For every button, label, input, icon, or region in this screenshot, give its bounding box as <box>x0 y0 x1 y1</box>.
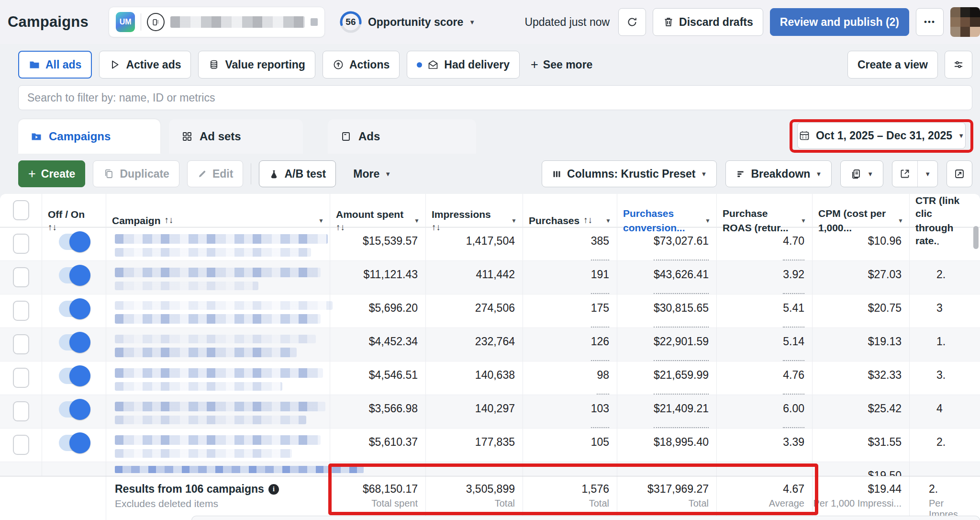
campaign-toggle-on[interactable] <box>59 267 89 283</box>
purchases-conversion-cell[interactable]: $43,626.41 <box>617 261 717 294</box>
chip-all-ads[interactable]: All ads <box>18 51 92 79</box>
avatar[interactable] <box>950 7 980 37</box>
table-header-row: Off / On ↑↓ Campaign ↑↓ ▼ Amount spent ↑… <box>0 194 980 227</box>
export-split-button: ▼ <box>892 160 938 187</box>
charts-button[interactable] <box>947 160 972 187</box>
roas-cell[interactable]: 5.14 <box>717 328 813 361</box>
purchases-cell[interactable]: 191 <box>523 261 617 294</box>
chevron-down-icon: ▼ <box>898 218 903 224</box>
chip-active-ads[interactable]: Active ads <box>99 51 191 79</box>
row-checkbox[interactable] <box>13 368 29 388</box>
table-row[interactable]: $15,539.57 1,417,504 385 $73,027.61 4.70… <box>0 227 980 261</box>
roas-cell[interactable]: 3.92 <box>717 261 813 294</box>
tab-ads[interactable]: Ads <box>328 119 476 154</box>
breakdown-button[interactable]: Breakdown ▼ <box>725 160 832 187</box>
purchases-conversion-cell[interactable]: $21,659.99 <box>617 362 717 395</box>
purchases-conversion-cell[interactable]: $21,409.21 <box>617 395 717 428</box>
calendar-icon <box>799 130 810 141</box>
purchases-cell[interactable]: 98 <box>523 362 617 395</box>
create-button[interactable]: + Create <box>18 160 85 187</box>
campaign-toggle-on[interactable] <box>59 435 89 451</box>
table-row[interactable]: $4,546.51 140,638 98 $21,659.99 4.76 $32… <box>0 362 980 395</box>
purchases-cell[interactable]: 385 <box>523 227 617 260</box>
purchases-cell[interactable]: 103 <box>523 395 617 428</box>
roas-cell[interactable]: 5.41 <box>717 294 813 328</box>
roas-cell[interactable]: 4.70 <box>717 227 813 260</box>
discard-drafts-button[interactable]: Discard drafts <box>653 8 763 36</box>
ab-test-button[interactable]: A/B test <box>259 160 336 187</box>
table-row[interactable]: $3,566.98 140,297 103 $21,409.21 6.00 $2… <box>0 395 980 429</box>
cpm-cell: $25.42 <box>813 395 910 428</box>
opportunity-score-label: Opportunity score <box>368 16 463 29</box>
table-row[interactable]: $5,610.37 177,835 105 $18,995.40 3.39 $3… <box>0 429 980 462</box>
campaign-toggle-on[interactable] <box>59 401 89 418</box>
campaign-name-redacted[interactable] <box>106 294 330 328</box>
see-more-filters[interactable]: + See more <box>527 58 596 71</box>
breakdown-icon <box>735 169 746 179</box>
campaign-name-redacted[interactable] <box>106 429 330 462</box>
filter-chip-bar: All ads Active ads Value reporting Actio… <box>0 44 980 85</box>
edit-button[interactable]: Edit <box>187 160 243 187</box>
more-actions-button[interactable]: More ▼ <box>344 160 401 187</box>
reports-button[interactable]: ▼ <box>840 160 883 187</box>
purchases-cell[interactable]: 175 <box>523 294 617 328</box>
sort-icon: ↑↓ <box>583 215 592 226</box>
row-checkbox[interactable] <box>13 267 29 287</box>
table-row[interactable]: $4,452.34 232,764 126 $22,901.59 5.14 $1… <box>0 328 980 362</box>
roas-cell[interactable]: 6.00 <box>717 395 813 428</box>
campaign-name-redacted[interactable] <box>106 261 330 294</box>
row-checkbox[interactable] <box>13 334 29 354</box>
roas-cell[interactable]: 4.76 <box>717 362 813 395</box>
duplicate-button[interactable]: Duplicate <box>93 160 179 187</box>
table-row[interactable]: $5,696.20 274,506 175 $30,815.65 5.41 $2… <box>0 294 980 328</box>
campaign-name-redacted[interactable] <box>106 362 330 395</box>
summary-impressions: 3,505,899 Total <box>426 476 523 520</box>
amount-spent-cell: $4,452.34 <box>330 328 426 361</box>
create-a-view-button[interactable]: Create a view <box>847 51 938 79</box>
view-settings-button[interactable] <box>945 51 972 79</box>
columns-preset-button[interactable]: Columns: Krustic Preset ▼ <box>542 160 717 187</box>
row-checkbox[interactable] <box>13 301 29 321</box>
table-row[interactable]: $11,121.43 411,442 191 $43,626.41 3.92 $… <box>0 261 980 294</box>
campaign-name-redacted[interactable] <box>106 227 330 260</box>
campaign-toggle-on[interactable] <box>59 368 89 384</box>
chip-had-delivery[interactable]: Had delivery <box>407 51 520 79</box>
vertical-scrollbar-thumb[interactable] <box>973 226 979 249</box>
review-and-publish-button[interactable]: Review and publish (2) <box>770 8 909 36</box>
opportunity-score[interactable]: 56 Opportunity score ▼ <box>339 11 475 34</box>
campaign-toggle-on[interactable] <box>59 234 89 250</box>
purchases-conversion-cell[interactable]: $73,027.61 <box>617 227 717 260</box>
campaign-name-redacted[interactable] <box>106 462 330 476</box>
chevron-down-icon: ▼ <box>801 218 806 224</box>
export-options-button[interactable]: ▼ <box>917 161 937 187</box>
impressions-cell: 140,638 <box>426 362 523 395</box>
info-icon[interactable] <box>268 484 279 495</box>
search-bar[interactable] <box>18 85 972 110</box>
chip-value-reporting[interactable]: Value reporting <box>198 51 315 79</box>
select-all-checkbox[interactable] <box>13 200 29 220</box>
chip-actions[interactable]: Actions <box>323 51 400 79</box>
campaign-toggle-on[interactable] <box>59 334 89 350</box>
tab-campaigns[interactable]: Campaigns <box>18 119 160 154</box>
purchases-cell[interactable]: 126 <box>523 328 617 361</box>
date-range-selector[interactable]: Oct 1, 2025 – Dec 31, 2025 ▼ <box>797 122 966 149</box>
account-selector[interactable]: UM <box>109 7 325 37</box>
purchases-conversion-cell[interactable]: $30,815.65 <box>617 294 717 328</box>
ad-sets-grid-icon <box>181 131 193 142</box>
row-checkbox[interactable] <box>13 401 29 421</box>
table-row-partial[interactable]: $19.50 <box>0 462 980 476</box>
campaign-toggle-on[interactable] <box>59 301 89 317</box>
topbar-actions: Updated just now Discard drafts Review a… <box>524 7 980 37</box>
export-button[interactable] <box>892 161 917 187</box>
purchases-conversion-cell[interactable]: $22,901.59 <box>617 328 717 361</box>
sort-icon: ↑↓ <box>165 215 174 226</box>
row-checkbox[interactable] <box>13 435 29 455</box>
cpm-cell: $10.96 <box>813 227 910 260</box>
campaign-name-redacted[interactable] <box>106 328 330 361</box>
refresh-button[interactable] <box>618 8 646 36</box>
tab-ad-sets[interactable]: Ad sets <box>169 119 303 154</box>
row-checkbox[interactable] <box>13 234 29 254</box>
more-options-button[interactable]: ••• <box>916 8 944 36</box>
campaign-name-redacted[interactable] <box>106 395 330 428</box>
search-input[interactable] <box>27 91 963 104</box>
